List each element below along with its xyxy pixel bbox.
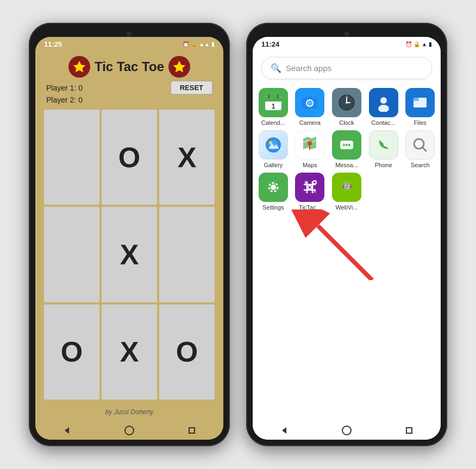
svg-point-60 (342, 426, 351, 435)
camera-notch-2 (344, 31, 349, 37)
svg-rect-16 (307, 96, 312, 99)
svg-point-15 (308, 101, 312, 105)
svg-text:12: 12 (346, 95, 348, 98)
app-maps[interactable]: Maps (294, 130, 327, 168)
lock-icon: 🔒 (191, 41, 197, 47)
cell-1[interactable]: O (102, 110, 157, 205)
recents-button-1[interactable] (186, 424, 198, 436)
cell-4[interactable]: X (102, 207, 157, 302)
contacts-label: Contac... (372, 119, 396, 126)
svg-point-38 (348, 144, 350, 146)
app-phone[interactable]: Phone (367, 130, 400, 168)
scores-section: Player 1: 0 RESET Player 2: 0 (35, 80, 223, 105)
arrow-area (253, 215, 441, 280)
messages-icon (332, 130, 361, 160)
app-settings[interactable]: Settings (257, 173, 290, 211)
status-bar-2: 11:24 ⏰ 🔒 ▲ ▮ (253, 37, 441, 50)
alarm-icon-2: ⏰ (405, 41, 412, 47)
settings-icon (259, 173, 288, 202)
tictactoe-icon: X X (295, 173, 324, 202)
status-time-1: 11:25 (44, 40, 62, 48)
gallery-label: Gallery (264, 162, 283, 168)
svg-text:1: 1 (271, 103, 275, 110)
clock-label: Clock (339, 119, 354, 126)
app-gallery[interactable]: Gallery (257, 130, 290, 168)
app-camera[interactable]: Camera (294, 88, 327, 126)
gallery-icon (259, 130, 288, 160)
app-files[interactable]: Files (404, 88, 436, 126)
maps-label: Maps (303, 162, 317, 168)
wifi-signal-icon-2: ▲ (422, 41, 427, 47)
app-search[interactable]: Search (404, 130, 436, 168)
svg-point-37 (346, 144, 348, 146)
phone-nav-2 (253, 420, 441, 440)
home-button-2[interactable] (341, 424, 353, 436)
search-apps-bar[interactable]: 🔍 Search apps (261, 57, 432, 79)
app-messages[interactable]: Messa... (330, 130, 363, 168)
svg-point-24 (380, 97, 387, 104)
svg-point-5 (125, 426, 134, 435)
svg-rect-45 (300, 178, 319, 197)
cell-7[interactable]: X (102, 305, 157, 400)
app-tictactoe[interactable]: X X TicTac... (294, 173, 327, 211)
status-bar-1: 11:25 ⏰ 🔒 ▲▲ ▮ (35, 37, 223, 50)
reset-button[interactable]: RESET (171, 81, 212, 94)
files-icon (405, 88, 435, 117)
home-button-1[interactable] (123, 424, 135, 436)
wifi-signal-icon: ▲▲ (199, 41, 210, 47)
svg-text:X: X (304, 181, 307, 185)
phone-tictactoe: 11:25 ⏰ 🔒 ▲▲ ▮ Tic Tac Toe (29, 23, 230, 446)
game-grid: O X X O X O (40, 107, 219, 402)
phone-appdrawer: 11:24 ⏰ 🔒 ▲ ▮ 🔍 Search apps (246, 23, 447, 446)
app-contacts[interactable]: Contac... (367, 88, 400, 126)
svg-marker-59 (282, 427, 286, 434)
files-label: Files (414, 119, 427, 126)
cell-6[interactable]: O (44, 305, 99, 400)
svg-marker-4 (65, 427, 69, 434)
phone-nav-1 (35, 420, 223, 440)
camera-notch (127, 31, 132, 37)
app-footer: by Jussi Doherty (35, 404, 223, 420)
cell-3[interactable] (44, 207, 99, 302)
svg-rect-6 (189, 428, 195, 433)
svg-text:X: X (314, 189, 316, 193)
cell-8[interactable]: O (159, 305, 215, 400)
logo-left (68, 56, 90, 78)
player2-score: Player 2: 0 (46, 96, 83, 104)
cell-0[interactable] (44, 110, 99, 205)
player1-score: Player 1: 0 (46, 84, 83, 92)
camera-label: Camera (299, 119, 321, 126)
webview-icon: 🤖 (332, 173, 361, 202)
contacts-icon (369, 88, 398, 117)
app-calendar[interactable]: 1 Calend... (257, 88, 290, 126)
logo-right (168, 56, 190, 78)
svg-point-43 (271, 185, 276, 190)
camera-icon (295, 88, 324, 117)
svg-point-33 (308, 141, 312, 145)
svg-point-21 (346, 102, 348, 104)
cell-5[interactable] (159, 207, 215, 302)
calendar-label: Calend... (261, 119, 285, 126)
status-time-2: 11:24 (261, 40, 279, 48)
search-label: Search (411, 162, 430, 168)
battery-icon-2: ▮ (429, 41, 432, 47)
red-arrow (285, 210, 394, 280)
app-webview[interactable]: 🤖 WebVi... (330, 173, 363, 211)
alarm-icon: ⏰ (183, 41, 189, 47)
recents-button-2[interactable] (403, 424, 415, 436)
svg-line-58 (318, 226, 372, 280)
back-button-1[interactable] (61, 424, 73, 436)
svg-rect-9 (265, 100, 281, 102)
svg-rect-28 (414, 98, 419, 101)
svg-rect-61 (406, 428, 412, 433)
app-clock[interactable]: 12 Clock (330, 88, 363, 126)
app-title: Tic Tac Toe (95, 59, 164, 74)
phone-icon (369, 130, 398, 160)
lock-icon-2: 🔒 (414, 41, 420, 47)
cell-2[interactable]: X (159, 110, 215, 205)
back-button-2[interactable] (278, 424, 290, 436)
phone-label: Phone (375, 162, 392, 168)
svg-text:🤖: 🤖 (342, 181, 352, 190)
svg-line-41 (422, 147, 426, 151)
settings-label: Settings (262, 204, 284, 211)
